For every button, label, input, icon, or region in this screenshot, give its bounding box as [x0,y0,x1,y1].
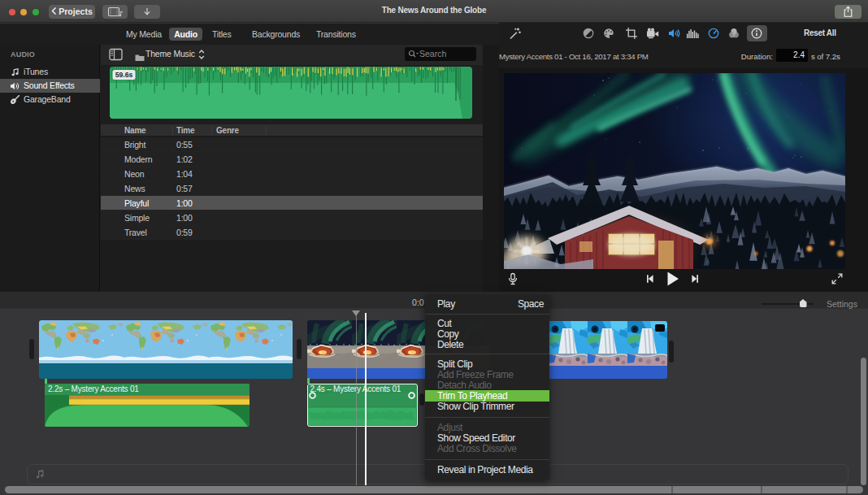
svg-text:59.6s: 59.6s [115,71,132,79]
